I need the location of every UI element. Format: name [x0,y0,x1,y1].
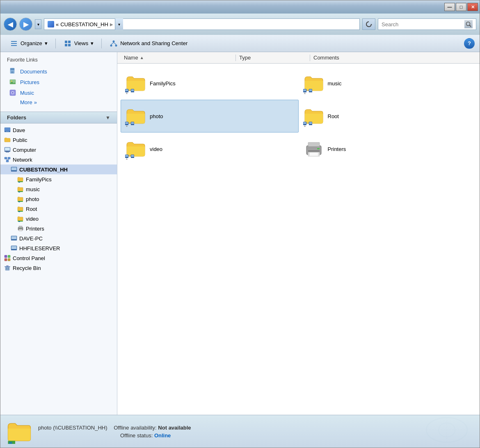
file-item-video[interactable]: video [121,133,299,165]
help-button[interactable]: ? [464,38,475,49]
svg-rect-69 [126,89,128,91]
column-headers: Name ▲ Type Comments [117,52,480,64]
svg-rect-43 [18,201,23,202]
tree-item-network[interactable]: Network [0,155,117,165]
sidebar-more-link[interactable]: More » [18,98,110,107]
svg-rect-78 [304,89,306,91]
svg-rect-38 [11,171,17,171]
svg-rect-111 [131,155,134,157]
sidebar: Favorite Links Documents [0,52,117,415]
file-item-familypics[interactable]: FamilyPics [121,67,299,100]
col-type-label: Type [239,55,251,61]
file-item-photo[interactable]: photo [121,100,299,133]
tree-item-public[interactable]: Public [0,135,117,145]
svg-rect-85 [309,91,312,92]
tree-item-recycle-bin[interactable]: Recycle Bin [0,263,117,273]
dave-label: Dave [13,127,25,133]
status-offline-status-value: Online [154,432,171,439]
folders-chevron-icon: ▼ [105,115,110,121]
forward-button[interactable]: ▶ [19,18,32,31]
svg-rect-48 [18,221,20,222]
network-sharing-icon [110,39,118,48]
views-arrow: ▾ [91,40,94,46]
views-button[interactable]: Views ▾ [59,37,98,50]
control-panel-icon [4,254,11,262]
svg-rect-31 [5,157,7,159]
svg-rect-40 [18,182,20,183]
tree-item-dave[interactable]: Dave [0,125,117,135]
svg-rect-37 [11,167,16,170]
control-panel-label: Control Panel [13,255,45,261]
svg-rect-29 [5,151,10,152]
status-folder-name: photo (\\CUBESTATION_HH) [38,425,107,431]
cubestation-icon [10,166,18,173]
svg-rect-28 [5,148,10,151]
tree-item-cubestation[interactable]: CUBESTATION_HH [0,165,117,174]
file-item-root[interactable]: Root [299,100,477,133]
maximize-button[interactable]: □ [456,3,466,11]
recycle-bin-label: Recycle Bin [13,265,41,271]
nav-dropdown[interactable]: ▾ [35,19,41,29]
search-input[interactable] [382,21,463,27]
minimize-button[interactable]: — [444,3,455,11]
music-label: Music [20,90,34,96]
col-header-name[interactable]: Name ▲ [121,52,235,63]
video-net-badge [125,154,134,160]
search-box[interactable] [378,18,476,30]
refresh-button[interactable] [362,18,375,30]
svg-rect-16 [10,68,14,70]
svg-rect-9 [68,44,71,46]
tree-item-computer[interactable]: Computer [0,145,117,155]
svg-rect-51 [19,229,22,231]
sidebar-item-documents[interactable]: Documents [7,66,110,77]
folders-header[interactable]: Folders ▼ [0,112,117,123]
computer-icon [4,146,11,153]
svg-rect-62 [8,258,10,261]
tree-item-familypics[interactable]: FamilyPics [0,174,117,184]
svg-rect-97 [303,124,306,125]
col-header-type[interactable]: Type [236,52,310,63]
documents-label: Documents [20,69,47,75]
music-tree-icon [17,185,24,193]
tree-item-music[interactable]: music [0,184,117,194]
sidebar-item-music[interactable]: Music [7,87,110,98]
video-tree-icon [17,215,24,222]
svg-rect-4 [11,43,17,44]
svg-rect-50 [19,226,22,228]
tree-item-control-panel[interactable]: Control Panel [0,253,117,263]
tree-item-dave-pc[interactable]: DAVE-PC [0,233,117,243]
views-icon [64,39,72,48]
organize-button[interactable]: Organize ▾ [5,37,52,50]
network-tree-icon [4,156,11,163]
svg-rect-102 [309,122,312,124]
svg-rect-57 [11,246,16,249]
music-icon [9,89,17,97]
file-item-music[interactable]: music [299,67,477,100]
status-offline-status-label: Offline status: [120,432,153,439]
svg-rect-59 [5,255,7,258]
tree-item-hhfileserver[interactable]: HHFILESERVER [0,243,117,253]
folder-tree: Dave Public [0,123,117,415]
printers-file-label: Printers [328,146,346,152]
svg-rect-58 [11,249,17,250]
col-header-comments[interactable]: Comments [310,52,476,63]
tree-item-photo[interactable]: photo [0,194,117,204]
address-path[interactable]: « CUBESTATION_HH ▶ ▾ [44,18,360,30]
search-button[interactable] [464,20,473,28]
network-sharing-button[interactable]: Network and Sharing Center [105,37,192,50]
tree-item-video[interactable]: video [0,214,117,224]
familypics-label: FamilyPics [150,80,176,87]
photo-icon-wrap [126,106,146,126]
tree-item-printers[interactable]: Printers [0,224,117,233]
status-watermark [422,416,471,446]
file-item-printers[interactable]: Printers [299,133,477,165]
tree-item-root[interactable]: Root [0,204,117,214]
back-button[interactable]: ◀ [4,18,17,31]
address-dropdown-button[interactable]: ▾ [115,18,123,30]
sidebar-item-pictures[interactable]: Pictures [7,77,110,87]
explorer-window: — □ ✕ ◀ ▶ ▾ « CUBESTATION_HH ▶ ▾ [0,0,480,448]
svg-rect-32 [8,157,10,159]
close-button[interactable]: ✕ [467,3,478,11]
address-path-name: CUBESTATION_HH [60,21,108,27]
familypics-tree-label: FamilyPics [26,176,52,183]
